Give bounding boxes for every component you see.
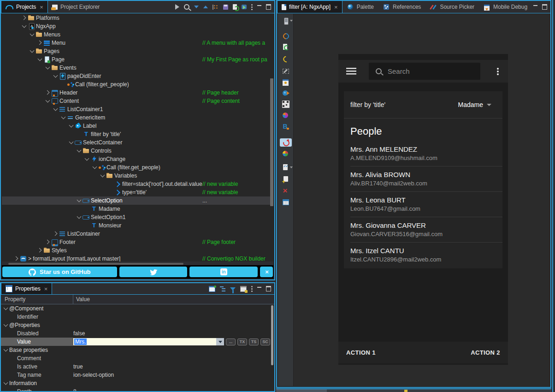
- person-list-item[interactable]: Mrs. Alivia BROWNAliv.BR1740@mail2web.co…: [344, 166, 502, 191]
- restore-defaults-icon[interactable]: [240, 286, 247, 292]
- mobile-device-button[interactable]: [280, 17, 292, 25]
- pin-property-icon[interactable]: [209, 286, 215, 292]
- twistie-open-icon[interactable]: [68, 139, 75, 146]
- search-input[interactable]: Search: [369, 63, 480, 80]
- undo-button[interactable]: [280, 54, 292, 62]
- tree-item[interactable]: Label: [2, 122, 273, 130]
- property-row[interactable]: Disabledfalse: [1, 329, 274, 338]
- tool-tab-references[interactable]: References: [378, 1, 425, 13]
- value-editor-button[interactable]: ...: [226, 339, 236, 345]
- overflow-menu-icon[interactable]: [497, 68, 499, 70]
- app-theme-button[interactable]: [280, 111, 292, 119]
- tab-projects[interactable]: Projects: [1, 1, 48, 13]
- twistie-open-icon[interactable]: [29, 31, 35, 38]
- twistie-open-icon[interactable]: [76, 197, 83, 204]
- tree-item[interactable]: Menus: [2, 30, 273, 39]
- person-list-item[interactable]: Mrs. Giovanna CARVERGiovan.CARVER3516@gm…: [344, 217, 502, 242]
- tree-item[interactable]: SelectContainer: [2, 138, 273, 147]
- tree-item[interactable]: Page// My First Page as root pa: [2, 55, 273, 64]
- import-icon[interactable]: [242, 5, 247, 9]
- twistie-closed-icon[interactable]: [13, 255, 20, 261]
- banner-close-button[interactable]: [260, 267, 273, 277]
- twistie-closed-icon[interactable]: [37, 40, 43, 46]
- properties-scrollbar[interactable]: [271, 305, 273, 365]
- twistie-open-icon[interactable]: [92, 164, 98, 171]
- close-icon[interactable]: [334, 4, 338, 10]
- action1-button[interactable]: ACTION 1: [346, 349, 376, 356]
- view-menu-icon[interactable]: [251, 286, 253, 287]
- twistie-open-icon[interactable]: [3, 305, 9, 312]
- twistie-open-icon[interactable]: [37, 56, 43, 63]
- property-row[interactable]: Information: [1, 379, 274, 387]
- tree-item[interactable]: Pages: [2, 47, 273, 55]
- property-row[interactable]: Depth8: [1, 387, 274, 392]
- linkedin-button[interactable]: in: [189, 267, 258, 277]
- close-icon[interactable]: [40, 4, 43, 10]
- star-github-button[interactable]: Star us on GitHub: [2, 267, 117, 277]
- property-row[interactable]: @Component: [1, 304, 274, 313]
- tree-item[interactable]: ListContainer: [2, 230, 273, 238]
- tree-item[interactable]: Content// Page content: [2, 97, 273, 105]
- person-list-item[interactable]: Mrs. Leona BURTLeon.BU7647@gmail.com: [344, 192, 502, 217]
- dropdown-arrow-button[interactable]: [216, 338, 224, 345]
- run-tests-button[interactable]: [280, 163, 292, 172]
- sync-project-button[interactable]: [280, 32, 292, 40]
- value-editor-button[interactable]: TX: [237, 339, 247, 345]
- tab-filter-editor[interactable]: filter [A: NgxApp]: [277, 1, 342, 13]
- reload-app-button[interactable]: [280, 138, 292, 147]
- maximize-icon[interactable]: [266, 286, 271, 291]
- property-row[interactable]: ValueMrs....TXTSSC: [1, 338, 274, 346]
- refresh-icon[interactable]: [233, 4, 237, 10]
- twistie-closed-icon[interactable]: [45, 239, 51, 245]
- property-value-editor[interactable]: Mrs....TXTSSC: [73, 338, 274, 346]
- property-row[interactable]: Base properties: [1, 346, 274, 354]
- view-menu-icon[interactable]: [251, 4, 253, 6]
- data-grid-button[interactable]: [280, 198, 292, 206]
- bottom-panel-tab[interactable]: [276, 389, 327, 392]
- publish-web-button[interactable]: [280, 89, 292, 97]
- twitter-button[interactable]: [119, 267, 188, 277]
- twistie-open-icon[interactable]: [84, 156, 90, 162]
- value-text-field[interactable]: Mrs.: [73, 338, 224, 345]
- remove-button[interactable]: [280, 187, 292, 195]
- twistie-open-icon[interactable]: [29, 48, 35, 54]
- edit-selection-button[interactable]: [280, 67, 292, 75]
- twistie-closed-icon[interactable]: [37, 247, 43, 254]
- property-row[interactable]: Tag nameion-select-option: [1, 371, 274, 379]
- twistie-open-icon[interactable]: [76, 148, 83, 154]
- scrollbar-thumb[interactable]: [8, 263, 183, 265]
- maximize-icon[interactable]: [266, 4, 271, 10]
- tree-item[interactable]: ListContainer1: [2, 105, 273, 113]
- twistie-closed-icon[interactable]: [45, 89, 51, 96]
- bootstrap-builder-button[interactable]: [280, 122, 292, 131]
- tree-item[interactable]: Call (filter.get_people): [2, 163, 273, 172]
- minimize-icon[interactable]: [533, 5, 537, 6]
- property-row[interactable]: @Properties: [1, 321, 274, 329]
- tree-item[interactable]: SelectOption...: [2, 196, 273, 205]
- tree-item[interactable]: Menu// A menu with all pages a: [2, 39, 273, 47]
- tree-item[interactable]: SelectOption1: [2, 213, 273, 221]
- add-test-button[interactable]: [280, 176, 292, 184]
- close-icon[interactable]: [44, 286, 48, 292]
- tree-mode-icon[interactable]: [220, 286, 225, 291]
- hamburger-menu-icon[interactable]: [346, 68, 356, 75]
- minimize-icon[interactable]: [257, 287, 261, 288]
- run-icon[interactable]: [175, 4, 179, 10]
- tool-tab-palette[interactable]: Palette: [342, 1, 378, 13]
- tab-properties[interactable]: Properties: [1, 283, 52, 294]
- twistie-closed-icon[interactable]: [21, 15, 28, 21]
- property-row[interactable]: Comment: [1, 354, 274, 362]
- twistie-open-icon[interactable]: [3, 347, 9, 353]
- twistie-open-icon[interactable]: [45, 98, 51, 104]
- tree-item[interactable]: Platforms: [2, 14, 273, 22]
- twistie-open-icon[interactable]: [53, 73, 59, 79]
- property-row[interactable]: Identifier: [1, 313, 274, 321]
- twistie-open-icon[interactable]: [68, 123, 75, 129]
- twistie-open-icon[interactable]: [3, 322, 9, 328]
- tool-tab-mobile-debug[interactable]: Mobile Debug: [479, 1, 532, 13]
- tree-item[interactable]: NgxApp: [2, 22, 273, 30]
- minimize-icon[interactable]: [257, 5, 261, 6]
- tree-item[interactable]: Header// Page header: [2, 89, 273, 97]
- tree-item[interactable]: ionChange: [2, 155, 273, 163]
- twistie-open-icon[interactable]: [45, 65, 51, 71]
